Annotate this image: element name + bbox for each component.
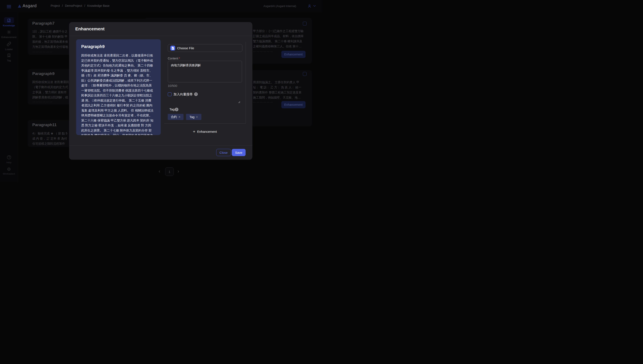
selected-paragraph-text: 因拒收或無法送 達而遭退回二次者，以最後退件日推 定已依本契約受通知，雙方仍宜以… xyxy=(81,53,158,135)
top-navbar: Asgard Project / DemoProject / Knowledge… xyxy=(0,0,321,12)
breadcrumb-separator: / xyxy=(62,4,63,8)
choose-file-label: Choose File xyxy=(177,46,194,50)
vector-search-help-icon[interactable]: ? xyxy=(194,92,198,96)
account-label: AsgardAI (Asgard Internal) xyxy=(264,4,296,8)
paragraph-card-title: Paragraph9 xyxy=(32,71,55,76)
user-avatar-icon[interactable] xyxy=(307,4,312,8)
modal-title: Enhancement xyxy=(75,26,105,32)
enhancement-modal: Enhancement Paragraph9 因拒收或無法送 達而遭退回二次者，… xyxy=(69,22,252,160)
gear-icon: ⚙ xyxy=(7,167,11,172)
book-icon xyxy=(7,18,11,22)
link-icon xyxy=(7,42,11,46)
ellipsis-text: ⋯⋯⋯⋯⋯⋯ xyxy=(32,50,53,54)
pagination-next-icon[interactable]: › xyxy=(177,169,179,174)
sidebar-item-loader[interactable]: Loader xyxy=(0,42,18,50)
plus-icon[interactable]: + xyxy=(196,115,198,119)
pagination-prev-icon[interactable]: ‹ xyxy=(159,169,160,174)
sidebar-label: Help xyxy=(0,161,18,164)
vector-search-label: 加入向量搜尋 xyxy=(173,92,193,96)
breadcrumb-separator: / xyxy=(84,4,85,8)
breadcrumb-project[interactable]: Project xyxy=(51,4,60,8)
char-counter: 10/500 xyxy=(168,84,177,88)
choose-file-button[interactable]: Choose File xyxy=(168,44,242,52)
selected-paragraph-card: Paragraph9 因拒收或無法送 達而遭退回二次者，以最後退件日推 定已依本… xyxy=(76,39,161,135)
sidebar-item-workspace[interactable]: ⚙ Workspace xyxy=(0,167,18,175)
card-checkbox[interactable] xyxy=(303,22,307,26)
paragraph-card-text: 用原則協議之。 立委任契約書人 甲 址： 電 話： 乙 方： 負 責 人： 統一… xyxy=(253,80,302,100)
close-button[interactable]: Close xyxy=(216,149,231,156)
plus-icon: + xyxy=(193,129,195,134)
sidebar-item-help[interactable]: Help xyxy=(0,155,18,164)
paragraph-card-text: 甲方部分： (一)已施作之工程經雙方驗 訂購之成品與半成品、材料，依估價單 雙方… xyxy=(253,28,304,49)
hamburger-menu-icon[interactable] xyxy=(7,4,11,9)
enhancement-button[interactable]: Enhancement xyxy=(281,51,306,58)
content-textarea[interactable]: 由地方調解委員會調解 xyxy=(168,61,242,82)
breadcrumb-knowledge-base[interactable]: Knowledge Base xyxy=(87,4,110,8)
add-tag-label: Tag xyxy=(189,115,194,119)
content-label: Content* xyxy=(168,57,180,60)
paragraph-card-title: Paragraph7 xyxy=(32,21,55,26)
ellipsis-text: ⋯⋯⋯⋯⋯⋯ xyxy=(32,100,53,104)
file-icon xyxy=(170,46,175,50)
breadcrumb: Project / DemoProject / Knowledge Base xyxy=(51,4,110,8)
add-tag-button[interactable]: Tag + xyxy=(186,114,201,120)
sidebar-item-enhancement[interactable]: Enhancement xyxy=(0,30,18,38)
add-enhancement-label: Enhancement xyxy=(197,130,217,133)
sun-icon xyxy=(7,30,11,34)
sidebar: Knowledge Enhancement Loader Tag Help xyxy=(0,12,18,182)
tag-section-label: Tag xyxy=(169,108,174,111)
app-screen: Asgard Project / DemoProject / Knowledge… xyxy=(0,0,321,182)
resize-handle-icon[interactable] xyxy=(238,101,240,103)
breadcrumb-demoproject[interactable]: DemoProject xyxy=(65,4,82,8)
sidebar-label: Tag xyxy=(0,59,18,62)
enhancement-button[interactable]: Enhancement xyxy=(281,101,306,108)
tag-chip[interactable]: 合約 × xyxy=(168,114,183,120)
tag-chip-label: 合約 xyxy=(171,115,177,119)
paragraph-card-title: Paragraph11 xyxy=(32,122,57,127)
brand-title: Asgard xyxy=(23,4,37,8)
form-scroll-panel xyxy=(164,42,246,124)
paragraph-card-text: 4） 驗收完成 ★ （ 節 點 5 成 內 容， 訂 定本 表 為付 住宅規模之… xyxy=(32,131,67,146)
pagination-page-1[interactable]: 1 xyxy=(165,167,174,176)
modal-footer-divider xyxy=(69,145,252,146)
paragraph-card-text: 1日，課以工程 總價千分之 限。 第十七條 契約解除 甲 簽約後，無正當理由遲未… xyxy=(32,29,68,49)
ellipsis-text: ⋯⋯⋯⋯⋯⋯ xyxy=(253,100,274,104)
required-asterisk: * xyxy=(179,57,180,60)
bookmark-icon xyxy=(7,53,11,58)
sidebar-item-knowledge[interactable]: Knowledge xyxy=(0,17,18,27)
selected-paragraph-title: Paragraph9 xyxy=(81,44,105,49)
chevron-down-icon[interactable] xyxy=(313,5,316,7)
vector-search-checkbox[interactable] xyxy=(168,92,172,96)
sidebar-label: Workspace xyxy=(0,172,18,175)
paragraph-card-text: 因拒收或無法送 達而遭退回 （電子郵件或其他約定方式 之爭議 ，雙方得於 直轄市… xyxy=(32,80,69,100)
ellipsis-text: ⋯⋯⋯⋯⋯⋯ xyxy=(253,50,274,53)
help-circle-icon xyxy=(7,155,11,160)
card-checkbox[interactable] xyxy=(303,72,307,76)
sidebar-label: Knowledge xyxy=(0,24,18,27)
asgard-logo-icon xyxy=(18,4,21,8)
save-button[interactable]: Save xyxy=(232,149,246,156)
sidebar-item-tag[interactable]: Tag xyxy=(0,53,18,62)
tag-help-icon[interactable]: ? xyxy=(175,108,178,111)
modal-header-divider xyxy=(69,36,252,36)
add-enhancement-button[interactable]: +Enhancement xyxy=(164,129,246,134)
remove-tag-icon[interactable]: × xyxy=(178,115,180,119)
sidebar-label: Loader xyxy=(0,48,18,50)
sidebar-label: Enhancement xyxy=(0,36,18,38)
